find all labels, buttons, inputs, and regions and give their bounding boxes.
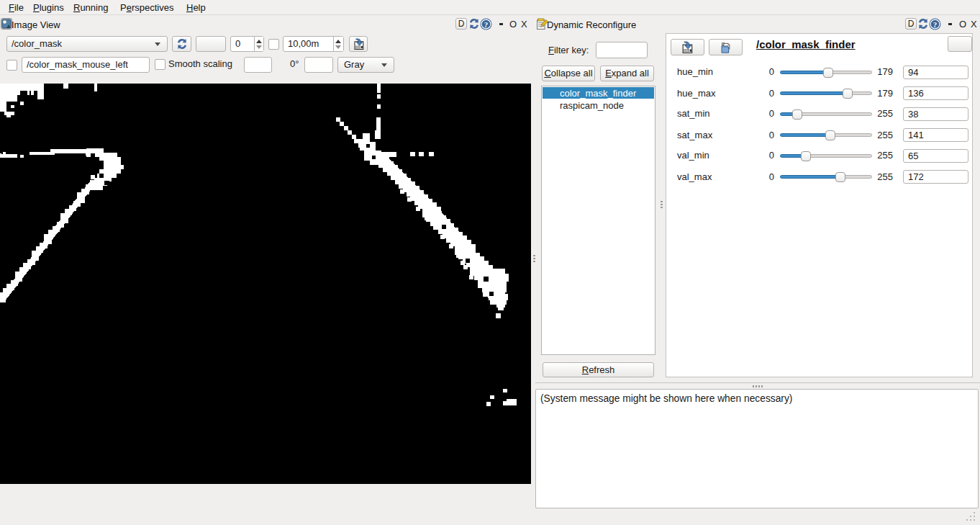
svg-text:?: ? <box>933 20 938 29</box>
svg-text:?: ? <box>484 20 489 29</box>
